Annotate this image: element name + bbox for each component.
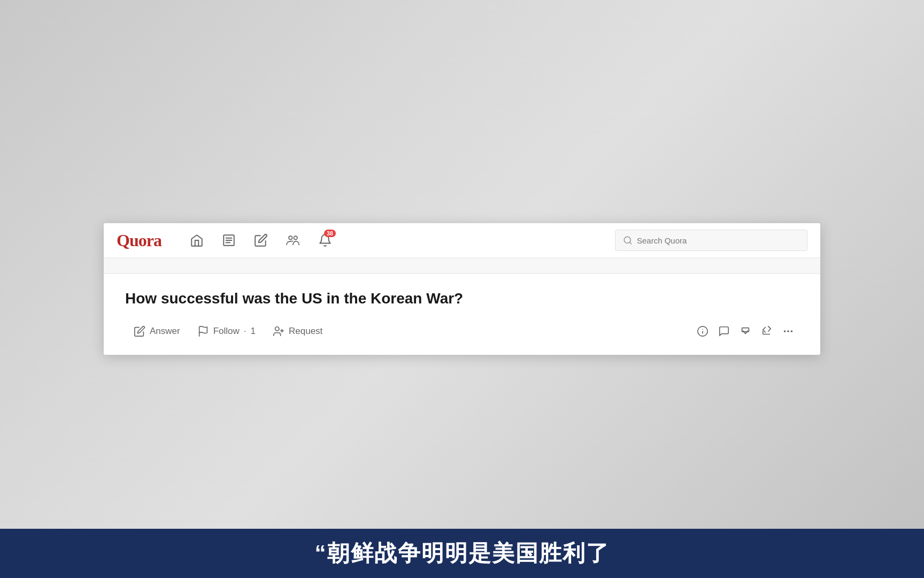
svg-point-16	[784, 330, 786, 332]
answer-icon	[134, 325, 145, 337]
sub-navbar	[104, 258, 820, 274]
svg-point-17	[787, 330, 789, 332]
home-nav-button[interactable]	[183, 226, 211, 254]
notifications-nav-button[interactable]: 38	[311, 226, 339, 254]
svg-line-7	[629, 242, 631, 244]
write-nav-button[interactable]	[247, 226, 275, 254]
answer-label: Answer	[150, 326, 180, 337]
svg-point-18	[791, 330, 793, 332]
search-input[interactable]	[637, 236, 799, 245]
home-icon	[190, 233, 204, 247]
svg-point-5	[294, 236, 297, 240]
info-icon	[697, 325, 709, 337]
more-icon	[782, 325, 794, 337]
svg-point-9	[275, 326, 279, 330]
request-icon	[273, 325, 284, 337]
request-button[interactable]: Request	[264, 321, 331, 341]
list-icon	[222, 233, 236, 247]
downvote-button[interactable]	[735, 321, 756, 342]
quora-card: Quora	[104, 223, 820, 354]
comment-button[interactable]	[713, 321, 735, 342]
search-bar[interactable]	[615, 230, 807, 251]
write-icon	[254, 233, 268, 247]
navbar: Quora	[104, 223, 820, 258]
follow-separator: ·	[244, 326, 247, 337]
subtitle-bar: “朝鲜战争明明是美国胜利了	[0, 529, 924, 578]
quora-logo[interactable]: Quora	[117, 231, 161, 250]
question-area: How successful was the US in the Korean …	[104, 274, 820, 354]
comment-icon	[718, 325, 730, 337]
share-button[interactable]	[756, 321, 777, 342]
follow-count: 1	[251, 326, 256, 337]
info-button[interactable]	[692, 321, 713, 342]
follow-icon	[197, 325, 209, 337]
subtitle-text: “朝鲜战争明明是美国胜利了	[315, 541, 610, 566]
people-icon	[286, 233, 300, 247]
downvote-icon	[740, 325, 751, 337]
question-title: How successful was the US in the Korean …	[125, 289, 799, 308]
request-label: Request	[289, 326, 322, 337]
spaces-nav-button[interactable]	[279, 226, 307, 254]
question-actions: Answer Follow · 1 Re	[125, 321, 799, 342]
svg-point-4	[289, 236, 292, 240]
answer-list-nav-button[interactable]	[215, 226, 243, 254]
notification-badge: 38	[324, 230, 336, 237]
nav-icons: 38	[183, 226, 615, 254]
answer-button[interactable]: Answer	[125, 321, 189, 341]
follow-button[interactable]: Follow · 1	[189, 321, 264, 341]
search-icon	[623, 235, 633, 245]
share-icon	[761, 325, 773, 337]
more-button[interactable]	[777, 321, 799, 342]
follow-label: Follow	[213, 326, 240, 337]
